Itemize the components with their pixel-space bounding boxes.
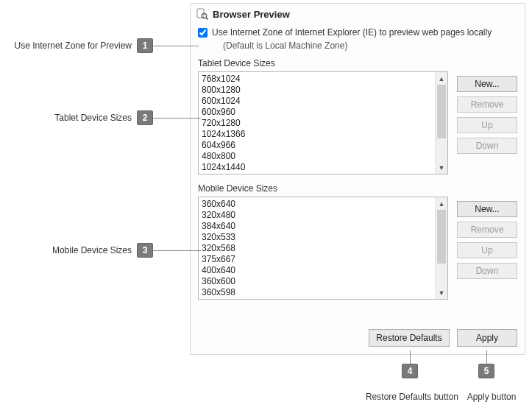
list-item[interactable]: 600x1024 bbox=[202, 96, 432, 107]
callout-3-label: Mobile Device Sizes bbox=[41, 245, 132, 255]
tablet-new-button[interactable]: New... bbox=[457, 76, 517, 92]
tablet-down-button[interactable]: Down bbox=[457, 138, 517, 154]
internet-zone-label: Use Internet Zone of Internet Explorer (… bbox=[212, 27, 492, 38]
callout-2-badge: 2 bbox=[137, 110, 153, 125]
tablet-sizes-label: Tablet Device Sizes bbox=[191, 55, 525, 70]
magnifier-page-icon bbox=[196, 8, 208, 20]
tablet-list-items: 768x1024 800x1280 600x1024 600x960 720x1… bbox=[199, 72, 435, 174]
tablet-scrollbar[interactable]: ▲ ▼ bbox=[435, 72, 447, 174]
list-item[interactable]: 768x1024 bbox=[202, 74, 432, 85]
callout-2-line bbox=[153, 118, 201, 119]
callout-4-badge: 4 bbox=[402, 364, 418, 378]
list-item[interactable]: 600x960 bbox=[202, 107, 432, 118]
list-item[interactable]: 800x1280 bbox=[202, 85, 432, 96]
list-item[interactable]: 360x600 bbox=[202, 276, 432, 287]
scroll-up-icon[interactable]: ▲ bbox=[436, 197, 447, 210]
restore-defaults-button[interactable]: Restore Defaults bbox=[369, 329, 450, 347]
callout-1-line bbox=[153, 46, 199, 46]
list-item[interactable]: 1024x1440 bbox=[202, 162, 432, 173]
list-item[interactable]: 360x640 bbox=[202, 199, 432, 210]
list-item[interactable]: 1024x1366 bbox=[202, 129, 432, 140]
list-item[interactable]: 604x966 bbox=[202, 140, 432, 151]
callout-5-label: Apply button bbox=[462, 392, 521, 402]
mobile-region: 360x640 320x480 384x640 320x533 320x568 … bbox=[191, 195, 525, 306]
callout-3-line bbox=[153, 250, 201, 251]
browser-preview-panel: Browser Preview Use Internet Zone of Int… bbox=[190, 3, 525, 355]
svg-line-2 bbox=[206, 18, 208, 20]
tablet-region: 768x1024 800x1280 600x1024 600x960 720x1… bbox=[191, 70, 525, 180]
callout-1-badge: 1 bbox=[137, 38, 153, 53]
tablet-button-column: New... Remove Up Down bbox=[457, 71, 517, 174]
mobile-button-column: New... Remove Up Down bbox=[457, 197, 517, 300]
list-item[interactable]: 375x667 bbox=[202, 254, 432, 265]
list-item[interactable]: 320x533 bbox=[202, 232, 432, 243]
tablet-remove-button[interactable]: Remove bbox=[457, 96, 517, 113]
scroll-track[interactable] bbox=[436, 210, 447, 286]
mobile-sizes-label: Mobile Device Sizes bbox=[191, 180, 525, 195]
callout-2-label: Tablet Device Sizes bbox=[44, 113, 132, 123]
scroll-down-icon[interactable]: ▼ bbox=[436, 286, 447, 299]
mobile-listbox[interactable]: 360x640 320x480 384x640 320x533 320x568 … bbox=[198, 197, 448, 300]
list-item[interactable]: 360x598 bbox=[202, 287, 432, 298]
scroll-down-icon[interactable]: ▼ bbox=[436, 161, 447, 174]
scroll-up-icon[interactable]: ▲ bbox=[436, 72, 447, 85]
callout-5-badge: 5 bbox=[478, 364, 494, 378]
panel-title: Browser Preview bbox=[213, 9, 290, 20]
apply-button[interactable]: Apply bbox=[457, 329, 517, 347]
mobile-remove-button[interactable]: Remove bbox=[457, 222, 517, 238]
internet-zone-checkbox[interactable] bbox=[198, 28, 208, 38]
callout-5-line bbox=[486, 350, 487, 364]
internet-zone-row: Use Internet Zone of Internet Explorer (… bbox=[191, 26, 525, 38]
callout-1-label: Use Internet Zone for Preview bbox=[4, 40, 132, 51]
panel-footer: Restore Defaults Apply bbox=[369, 329, 517, 347]
list-item[interactable]: 320x568 bbox=[202, 243, 432, 254]
scroll-thumb[interactable] bbox=[437, 85, 446, 138]
scroll-track[interactable] bbox=[436, 85, 447, 161]
list-item[interactable]: 320x480 bbox=[202, 210, 432, 221]
tablet-up-button[interactable]: Up bbox=[457, 117, 517, 133]
mobile-list-items: 360x640 320x480 384x640 320x533 320x568 … bbox=[199, 197, 435, 299]
scroll-thumb[interactable] bbox=[437, 210, 446, 264]
list-item[interactable]: 720x1280 bbox=[202, 118, 432, 129]
internet-zone-note: (Default is Local Machine Zone) bbox=[191, 38, 525, 55]
mobile-new-button[interactable]: New... bbox=[457, 201, 517, 217]
callout-4-line bbox=[410, 350, 411, 364]
mobile-up-button[interactable]: Up bbox=[457, 242, 517, 258]
callout-3-badge: 3 bbox=[137, 243, 153, 258]
panel-header: Browser Preview bbox=[191, 4, 525, 26]
list-item[interactable]: 384x640 bbox=[202, 221, 432, 232]
callout-4-label: Restore Defaults button bbox=[357, 392, 467, 402]
svg-rect-0 bbox=[197, 9, 204, 18]
list-item[interactable]: 400x640 bbox=[202, 265, 432, 276]
list-item[interactable]: 480x800 bbox=[202, 151, 432, 162]
mobile-down-button[interactable]: Down bbox=[457, 263, 517, 279]
mobile-scrollbar[interactable]: ▲ ▼ bbox=[435, 197, 447, 299]
tablet-listbox[interactable]: 768x1024 800x1280 600x1024 600x960 720x1… bbox=[198, 71, 448, 174]
